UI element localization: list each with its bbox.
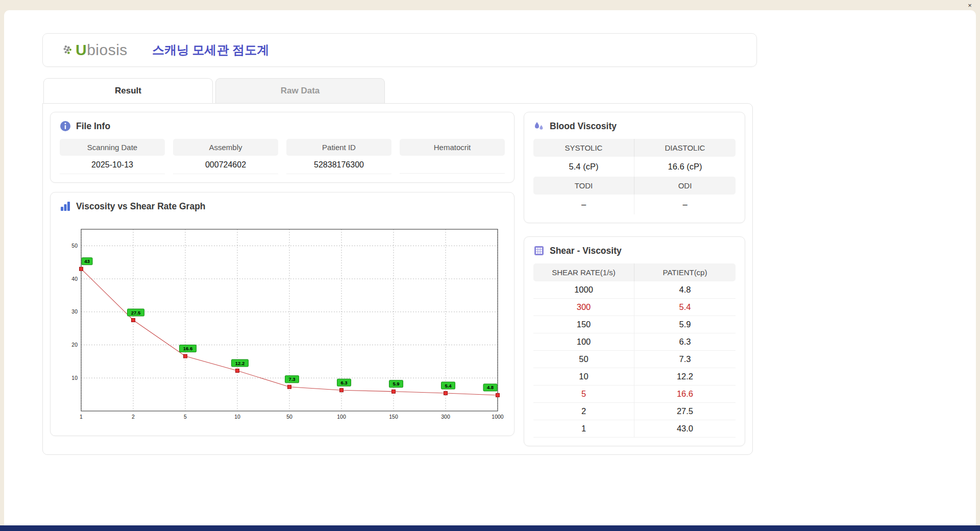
sv-shear-value: 10 — [533, 368, 634, 385]
svg-text:20: 20 — [71, 342, 78, 348]
svg-text:10: 10 — [71, 375, 78, 381]
bv-value-diastolic: 16.6 (cP) — [634, 157, 736, 177]
field-label: Scanning Date — [60, 139, 165, 156]
field-value: 2025-10-13 — [60, 156, 165, 174]
logo-rest: biosis — [87, 41, 128, 58]
svg-text:2: 2 — [132, 414, 135, 420]
sv-patient-value: 5.9 — [634, 316, 736, 333]
file-info-grid: Scanning Date 2025-10-13 Assembly 000724… — [60, 139, 505, 174]
svg-text:150: 150 — [389, 414, 398, 420]
shear-viscosity-panel: Shear - Viscosity SHEAR RATE(1/s) PATIEN… — [524, 236, 745, 446]
svg-text:10: 10 — [234, 414, 240, 420]
svg-text:1: 1 — [80, 414, 83, 420]
bv-value-odi: – — [634, 195, 736, 214]
sv-patient-value: 7.3 — [634, 351, 736, 368]
svg-text:4.8: 4.8 — [487, 384, 494, 390]
viscosity-chart-svg: 1020304050125105010015030010004327.516.6… — [60, 221, 505, 425]
sv-shear-value: 50 — [533, 351, 634, 368]
svg-text:6.3: 6.3 — [340, 380, 347, 385]
blood-viscosity-table: SYSTOLIC DIASTOLIC 5.4 (cP) 16.6 (cP) TO… — [533, 139, 736, 214]
svg-text:40: 40 — [71, 276, 78, 282]
file-info-field-scanning-date: Scanning Date 2025-10-13 — [60, 139, 165, 174]
field-label: Patient ID — [286, 139, 391, 156]
shear-viscosity-title: Shear - Viscosity — [550, 246, 622, 256]
sv-shear-value: 100 — [533, 333, 634, 351]
ubiosis-logo-icon — [62, 44, 74, 56]
file-info-title: File Info — [76, 121, 110, 132]
field-value: 000724602 — [173, 156, 278, 174]
graph-title: Viscosity vs Shear Rate Graph — [76, 201, 206, 212]
sv-shear-value: 300 — [533, 299, 634, 316]
sv-patient-value: 6.3 — [634, 333, 736, 351]
svg-text:1000: 1000 — [492, 414, 504, 420]
svg-text:43: 43 — [84, 258, 90, 264]
svg-text:300: 300 — [441, 414, 450, 420]
sv-patient-value: 5.4 — [634, 299, 736, 316]
info-icon — [60, 120, 71, 132]
blood-viscosity-panel: Blood Viscosity SYSTOLIC DIASTOLIC 5.4 (… — [524, 112, 745, 223]
svg-text:7.3: 7.3 — [288, 376, 295, 382]
window-titlebar: × — [0, 0, 980, 10]
window-close-icon[interactable]: × — [966, 1, 974, 9]
sv-shear-value: 1 — [533, 420, 634, 438]
field-label: Hematocrit — [400, 139, 505, 156]
logo-letter-u: U — [76, 41, 87, 58]
sv-patient-value: 27.5 — [634, 403, 736, 420]
droplets-icon — [533, 120, 545, 132]
viscosity-graph-panel: Viscosity vs Shear Rate Graph 1020304050… — [50, 192, 514, 436]
svg-text:27.5: 27.5 — [131, 310, 141, 316]
svg-text:30: 30 — [71, 308, 78, 315]
sv-patient-value: 16.6 — [634, 385, 736, 403]
bv-value-systolic: 5.4 (cP) — [533, 157, 634, 177]
bv-header-diastolic: DIASTOLIC — [634, 139, 736, 157]
app-title: 스캐닝 모세관 점도계 — [152, 42, 269, 58]
shear-viscosity-table: SHEAR RATE(1/s) PATIENT(cp) 1000 4.8 300… — [533, 263, 736, 438]
svg-text:100: 100 — [337, 414, 346, 420]
sv-shear-value: 150 — [533, 316, 634, 333]
bv-header-todi: TODI — [533, 177, 634, 195]
sv-header-shear-rate: SHEAR RATE(1/s) — [533, 263, 634, 281]
tab-raw-data[interactable]: Raw Data — [215, 78, 385, 103]
svg-text:16.6: 16.6 — [183, 346, 193, 351]
sv-shear-value: 1000 — [533, 281, 634, 299]
svg-text:12.2: 12.2 — [235, 360, 245, 366]
blood-viscosity-title: Blood Viscosity — [550, 121, 617, 132]
bar-chart-icon — [60, 201, 71, 212]
bv-value-todi: – — [533, 195, 634, 214]
logo-text: Ubiosis — [76, 41, 128, 59]
sv-patient-value: 43.0 — [634, 420, 736, 438]
main-window: Ubiosis 스캐닝 모세관 점도계 Result Raw Data File… — [4, 10, 976, 525]
table-grid-icon — [533, 245, 545, 256]
tab-bar: Result Raw Data — [43, 78, 938, 103]
tab-result[interactable]: Result — [43, 78, 213, 103]
sv-shear-value: 2 — [533, 403, 634, 420]
bottom-taskbar-edge — [0, 525, 980, 531]
file-info-field-assembly: Assembly 000724602 — [173, 139, 278, 174]
svg-text:5.9: 5.9 — [393, 381, 399, 387]
viscosity-chart: 1020304050125105010015030010004327.516.6… — [60, 219, 505, 427]
file-info-panel: File Info Scanning Date 2025-10-13 Assem… — [50, 112, 514, 183]
result-tab-panel: File Info Scanning Date 2025-10-13 Assem… — [42, 103, 753, 455]
ubiosis-logo: Ubiosis — [62, 41, 128, 59]
bv-header-odi: ODI — [634, 177, 736, 195]
sv-shear-value: 5 — [533, 385, 634, 403]
file-info-field-patient-id: Patient ID 52838176300 — [286, 139, 391, 174]
field-value — [400, 156, 505, 174]
svg-text:5: 5 — [184, 414, 187, 420]
bv-header-systolic: SYSTOLIC — [533, 139, 634, 157]
svg-text:50: 50 — [286, 414, 292, 420]
field-label: Assembly — [173, 139, 278, 156]
app-header: Ubiosis 스캐닝 모세관 점도계 — [42, 33, 757, 67]
svg-text:50: 50 — [71, 243, 78, 249]
sv-patient-value: 12.2 — [634, 368, 736, 385]
field-value: 52838176300 — [286, 156, 391, 174]
file-info-field-hematocrit: Hematocrit — [400, 139, 505, 174]
sv-patient-value: 4.8 — [634, 281, 736, 299]
sv-header-patient: PATIENT(cp) — [634, 263, 736, 281]
svg-text:5.4: 5.4 — [445, 383, 452, 389]
